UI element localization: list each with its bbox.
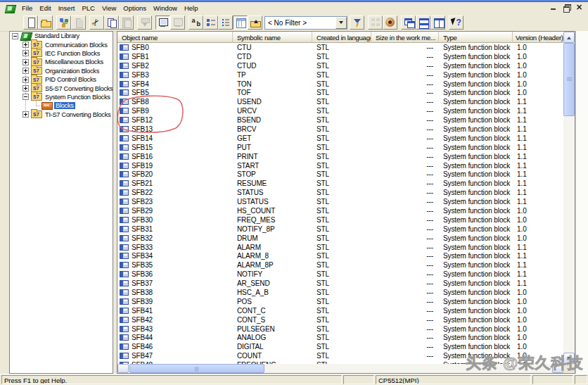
- column-header-symbolic-name[interactable]: Symbolic name: [233, 32, 312, 43]
- expand-plus-box[interactable]: [23, 85, 29, 91]
- filter-button[interactable]: [350, 15, 364, 30]
- table-row[interactable]: SFB30FREQ_MESSTL---System function block…: [117, 215, 563, 225]
- menu-file[interactable]: File: [18, 3, 36, 13]
- large-icons-button[interactable]: [188, 15, 203, 30]
- table-row[interactable]: SFB21RESUMESTL---System function block1.…: [117, 179, 563, 188]
- tile-horizontal-button[interactable]: [416, 15, 430, 30]
- column-header-type[interactable]: Type: [439, 32, 513, 43]
- horizontal-scrollbar-thumb[interactable]: [129, 364, 264, 373]
- copy-button[interactable]: [104, 15, 119, 30]
- table-row[interactable]: SFB36NOTIFYSTL---System function block1.…: [117, 270, 563, 279]
- scroll-left-button[interactable]: [117, 364, 129, 373]
- table-row[interactable]: SFB0CTUSTL---System function block1.0: [117, 43, 563, 52]
- expand-plus-box[interactable]: [23, 50, 29, 56]
- tile-vertical-button[interactable]: [430, 15, 445, 30]
- new-document-button[interactable]: [23, 15, 38, 30]
- details-view-button[interactable]: [233, 15, 248, 30]
- close-button[interactable]: ×: [574, 3, 584, 12]
- column-header-created-in-language[interactable]: Created in language: [312, 32, 371, 43]
- menu-insert[interactable]: Insert: [55, 3, 79, 13]
- expand-minus-box[interactable]: [23, 94, 29, 100]
- table-row[interactable]: SFB41CONT_CSTL---System function block1.…: [117, 306, 563, 315]
- table-row[interactable]: SFB38HSC_A_BSTL---System function block1…: [117, 288, 563, 297]
- menu-plc[interactable]: PLC: [78, 3, 98, 13]
- combo-dropdown-button[interactable]: [335, 17, 347, 29]
- table-row[interactable]: SFB44ANALOGSTL---System function block1.…: [117, 334, 563, 343]
- cut-button[interactable]: [89, 15, 104, 30]
- tree-item-iec-function-blocks[interactable]: IEC Function Blocks: [10, 49, 113, 58]
- table-row[interactable]: SFB46DIGITALSTL---System function block1…: [117, 342, 563, 351]
- status-segment-4: [575, 375, 587, 384]
- column-header-object-name[interactable]: Object name: [117, 32, 233, 43]
- expand-minus-box[interactable]: [12, 33, 18, 39]
- tree-item-system-function-blocks[interactable]: System Function Blocks: [10, 93, 113, 101]
- menu-edit[interactable]: Edit: [36, 3, 54, 13]
- expand-plus-box[interactable]: [23, 59, 29, 65]
- table-row[interactable]: SFB23USTATUSSTL---System function block1…: [117, 197, 563, 206]
- table-row[interactable]: SFB33ALARMSTL---System function block1.1: [117, 243, 563, 252]
- tree-item-blocks[interactable]: Blocks: [10, 101, 113, 110]
- simulate-modules-button[interactable]: [383, 15, 397, 30]
- table-row[interactable]: SFB4TONSTL---System function block1.0: [117, 80, 563, 89]
- table-row[interactable]: SFB19STARTSTL---System function block1.1: [117, 161, 563, 170]
- minimize-button[interactable]: [549, 3, 559, 12]
- filter-combo[interactable]: < No Filter >: [264, 16, 347, 30]
- cascade-windows-button[interactable]: [401, 15, 416, 30]
- table-row[interactable]: SFB15PUTSTL---System function block1.1: [117, 143, 563, 152]
- tree-item-communication-blocks[interactable]: Communication Blocks: [10, 40, 113, 49]
- table-row[interactable]: SFB22STATUSSTL---System function block1.…: [117, 188, 563, 197]
- table-row[interactable]: SFB43PULSEGENSTL---System function block…: [117, 324, 563, 334]
- table-row[interactable]: SFB16PRINTSTL---System function block1.1: [117, 152, 563, 161]
- expand-plus-box[interactable]: [23, 68, 29, 74]
- tree-item-standard-library[interactable]: Standard Library: [10, 32, 113, 40]
- table-row[interactable]: SFB14GETSTL---System function block1.1: [117, 134, 563, 143]
- vertical-scrollbar[interactable]: [563, 32, 575, 364]
- table-row[interactable]: SFB20STOPSTL---System function block1.1: [117, 170, 563, 179]
- table-row[interactable]: SFB12BSENDSTL---System function block1.1: [117, 115, 563, 125]
- tree-item-organization-blocks[interactable]: Organization Blocks: [10, 67, 113, 75]
- expand-plus-box[interactable]: [23, 111, 29, 118]
- table-row[interactable]: SFB42CONT_SSTL---System function block1.…: [117, 315, 563, 324]
- table-cell: PRINT: [233, 153, 312, 160]
- table-row[interactable]: SFB1CTDSTL---System function block1.0: [117, 52, 563, 61]
- expand-plus-box[interactable]: [23, 42, 29, 48]
- menu-window[interactable]: Window: [150, 3, 181, 13]
- table-row[interactable]: SFB8USENDSTL---System function block1.1: [117, 97, 563, 106]
- tree-item-s5-s7-converting-blocks[interactable]: S5-S7 Converting Blocks: [10, 84, 113, 92]
- open-project-button[interactable]: [38, 15, 53, 30]
- online-button[interactable]: [155, 15, 170, 30]
- menu-view[interactable]: View: [98, 3, 120, 13]
- accessible-nodes-button[interactable]: [56, 15, 71, 30]
- table-row[interactable]: SFB5TOFSTL---System function block1.0: [117, 88, 563, 97]
- restore-button[interactable]: [561, 3, 572, 12]
- column-header-version-header[interactable]: Version (Header): [513, 32, 564, 43]
- scroll-up-button[interactable]: [563, 32, 575, 43]
- table-row[interactable]: SFB35ALARM_8PSTL---System function block…: [117, 260, 563, 270]
- expand-plus-box[interactable]: [23, 77, 29, 83]
- table-row[interactable]: SFB31NOTIFY_8PSTL---System function bloc…: [117, 225, 563, 234]
- table-row[interactable]: SFB2CTUDSTL---System function block1.0: [117, 61, 563, 70]
- list-view-button[interactable]: [218, 15, 233, 30]
- object-name-cell: SFB31: [117, 225, 233, 233]
- menu-help[interactable]: Help: [181, 3, 202, 13]
- table-row[interactable]: SFB29HS_COUNTSTL---System function block…: [117, 206, 563, 215]
- block-icon: [120, 99, 129, 105]
- vertical-scrollbar-thumb[interactable]: [563, 43, 575, 116]
- small-icons-button[interactable]: [203, 15, 218, 30]
- table-row[interactable]: SFB13BRCVSTL---System function block1.1: [117, 125, 563, 134]
- app-icon[interactable]: [5, 4, 15, 13]
- table-row[interactable]: SFB9URCVSTL---System function block1.1: [117, 106, 563, 115]
- tree-item-ti-s7-converting-blocks[interactable]: TI-S7 Converting Blocks: [10, 111, 113, 119]
- table-cell: 1.1: [513, 125, 563, 133]
- table-row[interactable]: SFB39POSSTL---System function block1.0: [117, 297, 563, 306]
- up-one-level-button[interactable]: [248, 15, 262, 30]
- table-row[interactable]: SFB32DRUMSTL---System function block1.0: [117, 234, 563, 243]
- tree-item-miscellaneous-blocks[interactable]: Miscellaneous Blocks: [10, 58, 113, 66]
- help-pointer-button[interactable]: [449, 15, 464, 30]
- column-header-size-in-the-work-me[interactable]: Size in the work me...: [371, 32, 439, 43]
- table-row[interactable]: SFB34ALARM_8STL---System function block1…: [117, 251, 563, 260]
- menu-options[interactable]: Options: [120, 3, 150, 13]
- table-row[interactable]: SFB37AR_SENDSTL---System function block1…: [117, 279, 563, 288]
- tree-item-pid-control-blocks[interactable]: PID Control Blocks: [10, 75, 113, 84]
- table-row[interactable]: SFB3TPSTL---System function block1.0: [117, 70, 563, 80]
